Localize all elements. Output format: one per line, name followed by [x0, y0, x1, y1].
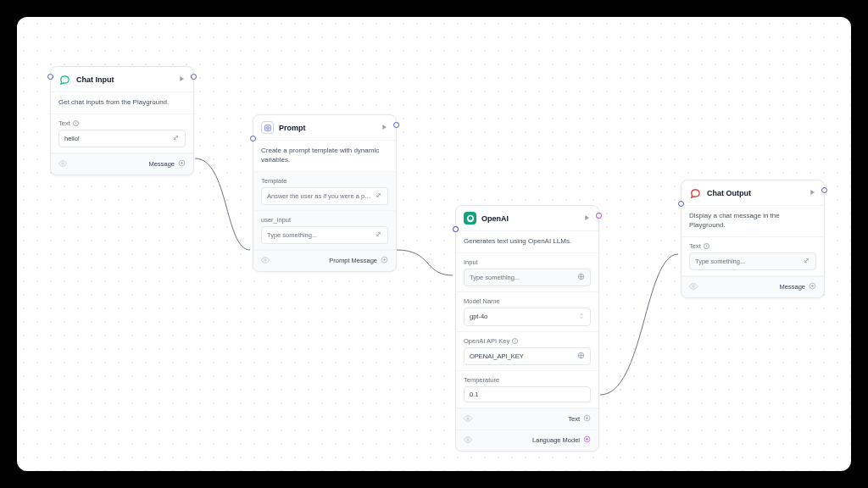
- field-label: user_input: [261, 216, 388, 224]
- field-label: Texti: [58, 119, 186, 127]
- output-port[interactable]: [821, 187, 827, 193]
- node-description: Generates text using OpenAI LLMs.: [456, 231, 598, 253]
- play-icon[interactable]: [177, 75, 186, 85]
- user-input-section: user_input Type something...: [253, 211, 396, 250]
- input-port[interactable]: [678, 201, 684, 207]
- output-port[interactable]: [191, 74, 197, 80]
- output-label: Prompt Message: [329, 257, 377, 264]
- expand-icon[interactable]: [803, 257, 810, 266]
- output-type-icon: [583, 414, 591, 424]
- temperature-section: Temperature 0.1: [456, 371, 598, 408]
- node-title: OpenAI: [481, 214, 582, 223]
- output-label: Language Model: [532, 436, 580, 444]
- flow-canvas[interactable]: Chat Input Get chat inputs from the Play…: [17, 17, 851, 471]
- chevron-updown-icon: [578, 312, 585, 322]
- input-port[interactable]: [47, 74, 53, 80]
- template-input[interactable]: Answer the user as if you were a pirate.…: [261, 187, 388, 205]
- svg-point-11: [693, 285, 695, 287]
- output-type-icon: [381, 256, 388, 265]
- output-type-icon: [809, 282, 816, 291]
- node-openai[interactable]: OpenAI Generates text using OpenAI LLMs.…: [455, 205, 599, 452]
- node-header: Chat Input: [51, 67, 193, 92]
- play-icon[interactable]: [582, 214, 591, 224]
- eye-icon[interactable]: [464, 435, 472, 446]
- globe-icon: [577, 273, 585, 282]
- apikey-section: OpenAI API Keyi OPENAI_API_KEY: [456, 332, 598, 371]
- text-field-section: Texti hello!: [51, 114, 193, 153]
- node-footer: Message: [682, 276, 824, 297]
- output-port-lm[interactable]: [596, 213, 602, 219]
- apikey-input[interactable]: OPENAI_API_KEY: [464, 347, 591, 365]
- text-input[interactable]: hello!: [58, 130, 186, 147]
- node-title: Chat Output: [707, 189, 808, 197]
- node-description: Display a chat message in the Playground…: [682, 206, 824, 237]
- input-port[interactable]: [250, 136, 256, 141]
- svg-rect-2: [264, 125, 270, 130]
- node-footer: Message: [51, 153, 193, 175]
- chat-output-icon: [689, 186, 702, 199]
- openai-icon: [464, 212, 476, 225]
- node-footer-lm: Language Model: [456, 430, 598, 451]
- node-header: Prompt: [253, 115, 396, 141]
- model-select[interactable]: gpt-4o: [464, 308, 591, 326]
- node-description: Get chat inputs from the Playground.: [51, 92, 193, 114]
- field-label: OpenAI API Keyi: [464, 337, 591, 345]
- prompt-icon: [261, 121, 274, 134]
- expand-icon[interactable]: [375, 230, 382, 240]
- eye-icon[interactable]: [58, 159, 67, 169]
- text-section: Texti Type something...: [682, 237, 824, 276]
- globe-icon: [577, 352, 585, 361]
- svg-point-3: [264, 258, 267, 261]
- play-icon[interactable]: [380, 123, 388, 133]
- output-port[interactable]: [393, 122, 399, 128]
- node-prompt[interactable]: Prompt Create a prompt template with dyn…: [253, 114, 397, 272]
- text-input[interactable]: Type something...: [689, 252, 816, 270]
- output-label: Message: [780, 283, 805, 291]
- svg-point-7: [467, 418, 470, 420]
- field-label: Input: [464, 258, 591, 266]
- info-icon[interactable]: i: [73, 120, 79, 126]
- node-footer: Prompt Message: [253, 250, 396, 271]
- expand-icon[interactable]: [375, 191, 382, 201]
- temperature-input[interactable]: 0.1: [464, 386, 591, 402]
- info-icon[interactable]: i: [512, 338, 518, 344]
- play-icon[interactable]: [808, 188, 816, 198]
- field-label: Temperature: [464, 376, 591, 384]
- node-header: OpenAI: [456, 206, 598, 231]
- model-section: Model Name gpt-4o: [456, 292, 598, 332]
- node-footer-text: Text: [456, 408, 598, 430]
- eye-icon[interactable]: [689, 282, 698, 292]
- field-label: Model Name: [464, 297, 591, 305]
- input-port[interactable]: [453, 226, 459, 232]
- node-chat-input[interactable]: Chat Input Get chat inputs from the Play…: [50, 66, 194, 175]
- field-label: Template: [261, 177, 388, 185]
- node-chat-output[interactable]: Chat Output Display a chat message in th…: [681, 180, 825, 298]
- node-title: Prompt: [279, 124, 380, 132]
- output-label: Text: [568, 415, 580, 423]
- svg-point-0: [62, 163, 64, 165]
- eye-icon[interactable]: [464, 414, 472, 424]
- input-field[interactable]: Type something...: [464, 269, 591, 286]
- output-label: Message: [149, 160, 175, 168]
- expand-icon[interactable]: [172, 134, 180, 143]
- template-section: Template Answer the user as if you were …: [253, 172, 396, 211]
- output-type-icon: [178, 159, 186, 169]
- node-header: Chat Output: [682, 180, 824, 206]
- output-type-icon: [583, 435, 591, 445]
- svg-point-9: [467, 439, 470, 441]
- info-icon[interactable]: i: [704, 243, 709, 249]
- field-label: Texti: [689, 242, 816, 250]
- chat-icon: [58, 73, 71, 86]
- node-description: Create a prompt template with dynamic va…: [253, 141, 396, 172]
- node-title: Chat Input: [76, 75, 177, 84]
- eye-icon[interactable]: [261, 256, 270, 266]
- input-section: Input Type something...: [456, 253, 598, 292]
- user-input[interactable]: Type something...: [261, 226, 388, 244]
